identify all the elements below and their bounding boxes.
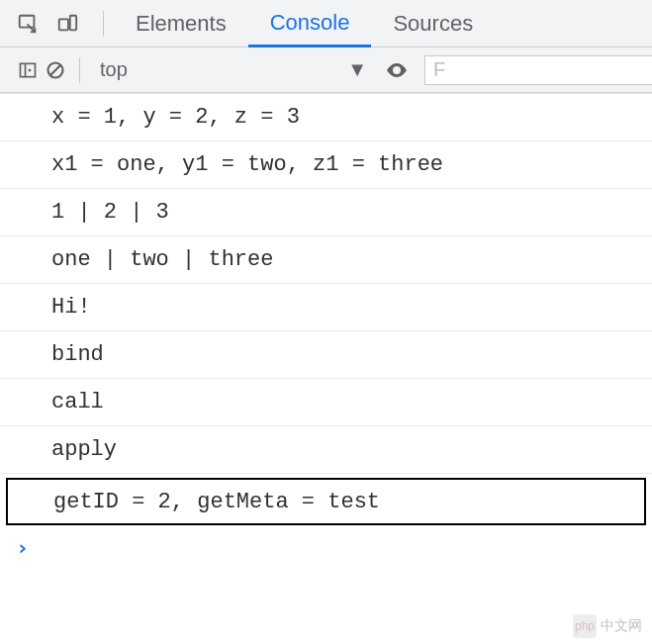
dropdown-icon: ▼ [347, 58, 367, 81]
watermark-logo: php [573, 614, 597, 638]
live-expression-icon[interactable] [383, 56, 411, 84]
log-row[interactable]: apply [0, 426, 652, 474]
sidebar-toggle-icon[interactable] [14, 56, 42, 84]
svg-rect-0 [20, 15, 35, 27]
clear-console-icon[interactable] [42, 56, 69, 84]
chevron-right-icon: › [16, 535, 29, 560]
tab-sources[interactable]: Sources [371, 0, 495, 47]
inspect-element-icon[interactable] [14, 10, 42, 38]
svg-line-5 [50, 65, 60, 75]
log-row[interactable]: Hi! [0, 284, 652, 331]
devtools-tabs-bar: Elements Console Sources [0, 0, 652, 47]
watermark-text: 中文网 [601, 617, 642, 635]
context-selector[interactable]: top ▼ [90, 54, 377, 85]
log-row[interactable]: bind [0, 331, 652, 379]
tab-elements[interactable]: Elements [114, 0, 248, 47]
divider [79, 57, 80, 83]
console-toolbar: top ▼ F [0, 47, 652, 93]
log-row-highlighted[interactable]: getID = 2, getMeta = test [6, 478, 646, 525]
filter-placeholder: F [433, 58, 445, 81]
svg-rect-3 [21, 63, 36, 76]
filter-input[interactable]: F [424, 55, 652, 85]
log-row[interactable]: call [0, 379, 652, 426]
context-label: top [100, 58, 128, 81]
svg-rect-2 [70, 15, 76, 30]
log-row[interactable]: x1 = one, y1 = two, z1 = three [0, 141, 652, 189]
log-row[interactable]: x = 1, y = 2, z = 3 [0, 94, 652, 141]
tab-console[interactable]: Console [248, 0, 372, 47]
watermark: php 中文网 [573, 614, 642, 638]
console-output: x = 1, y = 2, z = 3 x1 = one, y1 = two, … [0, 93, 652, 566]
console-prompt[interactable]: › [0, 529, 652, 566]
log-row[interactable]: 1 | 2 | 3 [0, 189, 652, 236]
device-toggle-icon[interactable] [53, 10, 81, 38]
svg-rect-1 [59, 19, 68, 30]
divider [103, 11, 104, 37]
log-row[interactable]: one | two | three [0, 236, 652, 284]
